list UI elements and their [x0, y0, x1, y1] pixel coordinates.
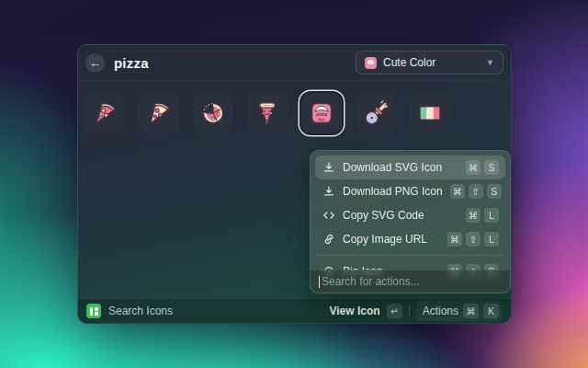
key-l: L [484, 232, 499, 247]
link-icon [322, 233, 335, 247]
pizza-slice-icon [89, 98, 120, 129]
key-s: S [487, 184, 502, 199]
icon-tile-pizza-slice-face[interactable] [247, 93, 288, 133]
pizza-slice-face-icon [252, 98, 283, 129]
pizza-hut-logo-icon: pizza hut [306, 98, 337, 129]
key-cmd: ⌘ [450, 184, 465, 199]
return-key-icon: ↵ [387, 304, 402, 318]
actions-search-bar [311, 270, 510, 293]
key-cmd: ⌘ [466, 160, 481, 175]
action-item-copy-svg-code[interactable]: Copy SVG Code ⌘ L [315, 203, 505, 227]
k-key-icon: K [483, 304, 499, 318]
actions-search-input[interactable] [322, 275, 502, 288]
actions-button[interactable]: Actions ⌘ K [416, 301, 503, 321]
download-icon [322, 161, 335, 175]
icon-tile-pizza-slice-alt[interactable] [139, 93, 179, 133]
icon-set-label: Cute Color [383, 56, 480, 69]
footer-divider [409, 305, 410, 316]
key-s: S [484, 160, 499, 175]
footer-actions: View Icon ↵ Actions ⌘ K [330, 301, 503, 321]
key-l: L [484, 208, 499, 223]
actions-context-menu: Download SVG Icon ⌘ S Download PNG Icon … [310, 150, 511, 293]
icon-tile-pizza-slice[interactable] [85, 93, 125, 133]
cmd-key-icon: ⌘ [463, 304, 479, 318]
icon-tile-pizza-hut-logo[interactable]: pizza hut [301, 93, 342, 133]
pizza-cutter-icon [360, 98, 391, 129]
arrow-left-icon: ← [89, 57, 101, 69]
icon-results-row: pizza hut [85, 93, 450, 133]
chevron-down-icon: ▼ [486, 58, 494, 67]
window-header: ← pizza Cute Color ▼ [78, 45, 511, 81]
text-cursor [319, 276, 320, 288]
cute-color-set-icon [365, 57, 377, 69]
menu-divider [317, 255, 503, 256]
view-icon-button[interactable]: View Icon [330, 305, 380, 317]
icon-tile-pizza-cutter[interactable] [356, 93, 396, 133]
key-cmd: ⌘ [466, 208, 481, 223]
key-shift: ⇧ [469, 184, 483, 199]
action-item-download-svg[interactable]: Download SVG Icon ⌘ S [315, 155, 505, 179]
action-item-download-png[interactable]: Download PNG Icon ⌘ ⇧ S [315, 179, 505, 203]
icon-search-window: ← pizza Cute Color ▼ [77, 44, 512, 324]
actions-list: Download SVG Icon ⌘ S Download PNG Icon … [311, 151, 510, 288]
action-item-copy-image-url[interactable]: Copy Image URL ⌘ ⇧ L [315, 227, 505, 251]
icon-tile-italy-flag[interactable] [410, 93, 450, 133]
italy-flag-icon [414, 98, 446, 129]
pizza-slice-alt-icon [143, 98, 175, 129]
icon-tile-pizza-pie[interactable] [193, 93, 233, 133]
app-name-label: Search Icons [108, 305, 322, 317]
pizza-pie-icon [198, 98, 229, 129]
window-footer: Search Icons View Icon ↵ Actions ⌘ K [78, 298, 511, 323]
svg-text:hut: hut [319, 117, 325, 121]
search-query-title: pizza [114, 55, 356, 71]
key-shift: ⇧ [466, 232, 481, 247]
code-icon [322, 209, 335, 223]
download-icon [322, 185, 335, 199]
icon-set-select[interactable]: Cute Color ▼ [356, 51, 503, 75]
back-button[interactable]: ← [85, 53, 105, 73]
icones-app-logo-icon [86, 304, 101, 318]
key-cmd: ⌘ [447, 232, 462, 247]
